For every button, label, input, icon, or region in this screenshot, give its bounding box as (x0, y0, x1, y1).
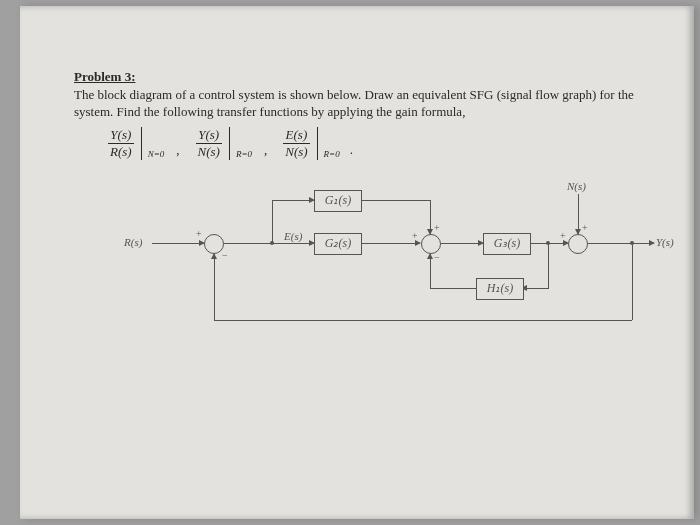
wire (214, 320, 632, 321)
wire (430, 254, 431, 289)
eval-bar (317, 127, 318, 160)
plus-sign: + (434, 222, 440, 233)
comma: , (170, 142, 189, 160)
formula-1-num: Y(s) (108, 127, 133, 143)
wire (152, 243, 204, 244)
signal-R-label: R(s) (124, 236, 142, 248)
comma: , (258, 142, 277, 160)
signal-Y-label: Y(s) (656, 236, 674, 248)
eval-bar (229, 127, 230, 160)
problem-text: The block diagram of a control system is… (74, 86, 662, 121)
minus-sign: − (222, 250, 228, 261)
plus-sign: + (582, 222, 588, 233)
formula-2: Y(s) N(s) (196, 127, 222, 160)
wire (588, 243, 632, 244)
wire (522, 288, 549, 289)
eval-bar (141, 127, 142, 160)
page: Problem 3: The block diagram of a contro… (20, 6, 694, 519)
wire (361, 200, 431, 201)
formula-2-den: N(s) (196, 144, 222, 160)
wire (272, 243, 314, 244)
formula-2-num: Y(s) (196, 127, 221, 143)
wire (632, 243, 633, 320)
wire (214, 254, 215, 321)
wire (224, 243, 272, 244)
formula-1-den: R(s) (108, 144, 134, 160)
wire (361, 243, 420, 244)
wire (430, 200, 431, 234)
wire (272, 200, 273, 243)
period: . (346, 142, 353, 160)
plus-sign: + (412, 230, 418, 241)
sum-2 (421, 234, 441, 254)
plus-sign: + (196, 228, 202, 239)
wire (430, 288, 476, 289)
formula-1: Y(s) R(s) (108, 127, 134, 160)
formula-3: E(s) N(s) (283, 127, 309, 160)
formula-3-den: N(s) (283, 144, 309, 160)
sum-1 (204, 234, 224, 254)
formula-row: Y(s) R(s) N=0 , Y(s) N(s) R=0 , E(s) N(s… (108, 127, 662, 160)
minus-sign: − (434, 252, 440, 263)
signal-N-label: N(s) (567, 180, 586, 192)
sum-3 (568, 234, 588, 254)
plus-sign: + (560, 230, 566, 241)
formula-2-cond: R=0 (236, 149, 252, 160)
formula-3-cond: R=0 (324, 149, 340, 160)
block-H1: H₁(s) (476, 278, 524, 300)
wire (272, 200, 314, 201)
block-G1: G₁(s) (314, 190, 362, 212)
wire (441, 243, 483, 244)
formula-3-num: E(s) (284, 127, 310, 143)
block-diagram: R(s) + − E(s) G₁(s) G₂(s) + + − G₃(s) + (124, 170, 664, 340)
problem-heading: Problem 3: (74, 68, 662, 86)
block-G2: G₂(s) (314, 233, 362, 255)
block-G3: G₃(s) (483, 233, 531, 255)
wire (548, 243, 549, 288)
wire (578, 194, 579, 234)
formula-1-cond: N=0 (148, 149, 165, 160)
signal-E-label: E(s) (284, 230, 302, 242)
wire (632, 243, 654, 244)
